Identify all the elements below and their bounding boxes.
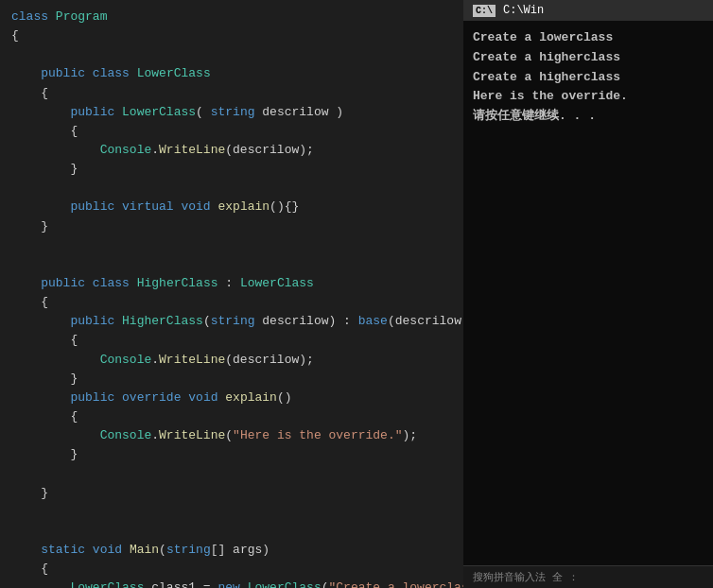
code-line: } xyxy=(11,160,452,179)
code-line xyxy=(11,179,452,198)
code-line: static void Main(string[] args) xyxy=(11,541,452,560)
code-line: LowerClass class1 = new LowerClass("Crea… xyxy=(11,579,452,588)
terminal-line: Create a lowerclass xyxy=(473,28,704,48)
code-line: public virtual void explain(){} xyxy=(11,198,452,216)
code-line: } xyxy=(11,370,452,389)
code-line xyxy=(11,464,452,483)
code-line: public class HigherClass : LowerClass xyxy=(11,274,452,293)
terminal-titlebar: C:\ C:\Win xyxy=(463,0,713,21)
code-line xyxy=(11,236,452,255)
code-line: public LowerClass( string descrilow ) xyxy=(11,103,452,122)
code-line: { xyxy=(11,26,452,45)
code-line xyxy=(11,255,452,274)
terminal-title: C:\Win xyxy=(503,4,544,17)
terminal-output: Create a lowerclassCreate a higherclassC… xyxy=(463,21,713,565)
code-line: class Program xyxy=(11,8,452,26)
code-line: Console.WriteLine("Here is the override.… xyxy=(11,426,452,445)
code-line xyxy=(11,45,452,64)
code-line: } xyxy=(11,445,452,464)
terminal-line: Create a higherclass xyxy=(473,48,704,68)
terminal-line: Here is the override. xyxy=(473,87,704,107)
code-line xyxy=(11,503,452,522)
code-line: { xyxy=(11,84,452,103)
code-line xyxy=(11,522,452,541)
code-line: Console.WriteLine(descrilow); xyxy=(11,141,452,160)
code-line: } xyxy=(11,217,452,236)
terminal-window: C:\ C:\Win Create a lowerclassCreate a h… xyxy=(463,0,713,588)
terminal-line: 请按任意键继续. . . xyxy=(473,107,704,127)
code-line: { xyxy=(11,293,452,312)
terminal-line: Create a higherclass xyxy=(473,68,704,88)
cmd-icon: C:\ xyxy=(473,5,496,17)
code-editor: class Program{ public class LowerClass {… xyxy=(0,0,463,588)
code-line: { xyxy=(11,122,452,141)
code-line: public HigherClass(string descrilow) : b… xyxy=(11,312,452,331)
code-line: public class LowerClass xyxy=(11,64,452,83)
code-line: } xyxy=(11,484,452,503)
code-line: { xyxy=(11,331,452,350)
code-line: { xyxy=(11,407,452,426)
code-line: Console.WriteLine(descrilow); xyxy=(11,351,452,370)
code-line: public override void explain() xyxy=(11,389,452,407)
code-line: { xyxy=(11,560,452,579)
terminal-footer: 搜狗拼音输入法 全 ： xyxy=(463,565,713,588)
